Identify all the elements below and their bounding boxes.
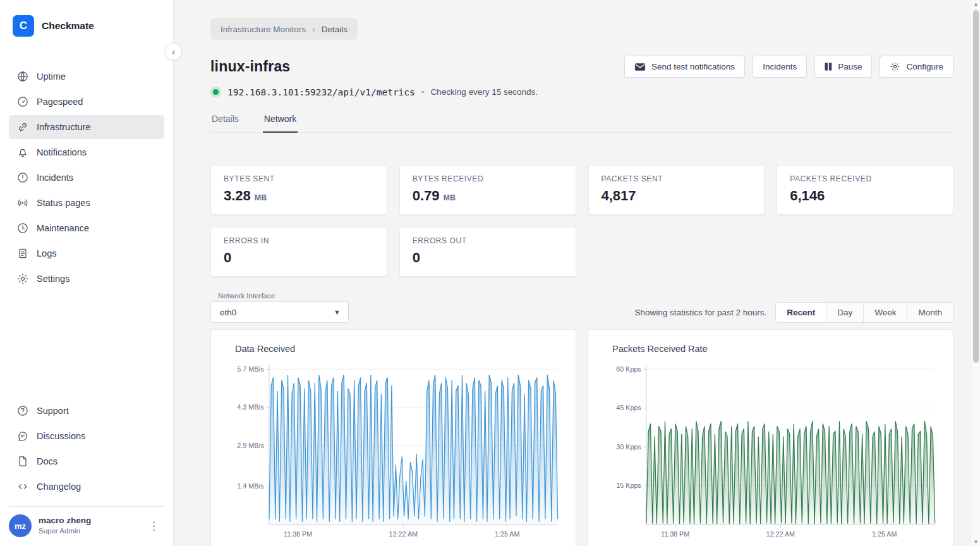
sidebar-item-label: Notifications [37,147,87,157]
logo-mark-icon: C [13,15,34,37]
sidebar-item-notifications[interactable]: Notifications [9,140,164,164]
main-content: Infrastructure Monitors › Details linux-… [174,0,980,546]
user-profile: mz macro zheng Super Admin ⋮ [9,506,164,537]
packets-received-rate-chart: 60 Kpps45 Kpps30 Kpps15 Kpps11:38 PM12:2… [595,359,944,546]
stat-unit: MB [255,193,267,202]
scroll-down-icon[interactable]: ▼ [971,539,980,545]
stat-label: ERRORS IN [224,236,374,245]
svg-text:60 Kpps: 60 Kpps [616,365,641,373]
range-month-button[interactable]: Month [907,303,953,322]
chevron-down-icon: ▼ [334,308,341,316]
tab-bar: Details Network [210,114,953,133]
checking-interval-text: Checking every 15 seconds. [430,87,538,97]
svg-text:45 Kpps: 45 Kpps [616,404,641,411]
bell-icon [16,146,29,159]
alert-circle-icon [16,171,29,184]
chart-card-packets-received-rate: Packets Received Rate 60 Kpps45 Kpps30 K… [588,329,953,546]
breadcrumb-current: Details [322,25,348,34]
chevron-right-icon: › [312,24,315,34]
range-week-button[interactable]: Week [863,303,907,322]
gear-icon [16,272,29,285]
range-controls: Showing statistics for past 2 hours. Rec… [635,302,953,323]
scrollbar-thumb[interactable] [973,10,979,363]
sidebar: C Checkmate Uptime Pagespeed Infrastruct… [0,0,174,546]
controls-row: Network Interface eth0 ▼ Showing statist… [210,292,953,323]
envelope-icon [634,63,646,71]
sidebar-item-discussions[interactable]: Discussions [9,424,164,448]
sidebar-item-status-pages[interactable]: Status pages [9,191,164,215]
sidebar-item-label: Support [37,406,69,416]
configure-button[interactable]: Configure [880,56,953,78]
sidebar-item-label: Docs [37,456,57,466]
incidents-button[interactable]: Incidents [753,56,807,78]
page-title: linux-infras [210,58,290,75]
document-icon [16,455,29,468]
sidebar-item-label: Settings [37,274,70,284]
chart-title: Data Received [235,344,567,354]
sidebar-item-label: Pagespeed [37,97,83,107]
user-role: Super Admin [39,526,136,535]
svg-text:1:25 AM: 1:25 AM [872,530,897,538]
sidebar-item-incidents[interactable]: Incidents [9,166,164,190]
stat-value: 0 [413,250,420,266]
sidebar-item-label: Discussions [37,431,85,441]
stat-card-errors-out: ERRORS OUT 0 [399,227,576,277]
sidebar-spacer [9,291,164,399]
incidents-label: Incidents [763,62,797,71]
svg-text:12:22 AM: 12:22 AM [766,530,795,538]
sidebar-item-settings[interactable]: Settings [9,267,164,291]
sidebar-item-uptime[interactable]: Uptime [9,64,164,88]
sidebar-item-maintenance[interactable]: Maintenance [9,216,164,240]
sidebar-item-changelog[interactable]: Changelog [9,475,164,499]
user-meta: macro zheng Super Admin [39,516,136,535]
tab-network[interactable]: Network [263,114,298,133]
sidebar-item-infrastructure[interactable]: Infrastructure [9,115,164,139]
collapse-sidebar-button[interactable]: ‹ [165,43,182,60]
code-icon [16,480,29,493]
send-test-notifications-button[interactable]: Send test notifications [624,56,745,78]
sidebar-item-label: Incidents [37,173,73,183]
vertical-scrollbar[interactable]: ▲ ▼ [971,0,980,546]
gear-icon [890,61,900,72]
speedometer-icon [16,95,29,108]
stat-label: PACKETS RECEIVED [790,174,940,183]
sidebar-nav: Uptime Pagespeed Infrastructure Notifica… [9,64,164,291]
stat-label: BYTES SENT [224,174,374,183]
header-row: linux-infras Send test notifications Inc… [210,56,953,78]
svg-text:2.9 MB/s: 2.9 MB/s [237,442,263,449]
svg-text:1.4 MB/s: 1.4 MB/s [237,482,263,490]
pause-icon [825,63,832,71]
stat-value: 4,817 [602,188,636,204]
monitor-status-row: 192.168.3.101:59232/api/v1/metrics • Che… [210,87,953,97]
stat-value: 0 [224,250,231,266]
stat-value: 6,146 [790,188,825,204]
sidebar-item-docs[interactable]: Docs [9,449,164,473]
stat-label: ERRORS OUT [413,236,563,245]
user-menu-dots-icon[interactable]: ⋮ [143,517,164,535]
stat-card-packets-sent: PACKETS SENT 4,817 [588,165,765,215]
sidebar-item-support[interactable]: Support [9,399,164,423]
app-name: Checkmate [42,20,94,32]
sidebar-item-label: Logs [37,248,56,258]
sidebar-item-logs[interactable]: Logs [9,241,164,265]
configure-label: Configure [906,62,943,71]
svg-text:1:25 AM: 1:25 AM [495,530,519,538]
svg-text:5.7 MB/s: 5.7 MB/s [237,365,263,373]
breadcrumb-parent[interactable]: Infrastructure Monitors [221,25,306,34]
clock-icon [16,222,29,234]
tab-details[interactable]: Details [210,114,240,133]
svg-text:11:38 PM: 11:38 PM [661,530,689,538]
stat-card-errors-in: ERRORS IN 0 [210,227,387,277]
chart-card-data-received: Data Received 5.7 MB/s4.3 MB/s2.9 MB/s1.… [210,329,576,546]
stat-card-bytes-received: BYTES RECEIVED 0.79MB [399,165,576,215]
document-lines-icon [16,247,29,260]
pause-button[interactable]: Pause [814,56,872,78]
network-interface-select[interactable]: eth0 ▼ [210,301,349,323]
range-recent-button[interactable]: Recent [776,303,826,322]
range-day-button[interactable]: Day [826,303,863,322]
sidebar-item-pagespeed[interactable]: Pagespeed [9,90,164,114]
scroll-up-icon[interactable]: ▲ [971,1,980,7]
sidebar-item-label: Maintenance [37,223,89,233]
stat-label: BYTES RECEIVED [413,174,563,183]
send-test-label: Send test notifications [651,62,735,71]
